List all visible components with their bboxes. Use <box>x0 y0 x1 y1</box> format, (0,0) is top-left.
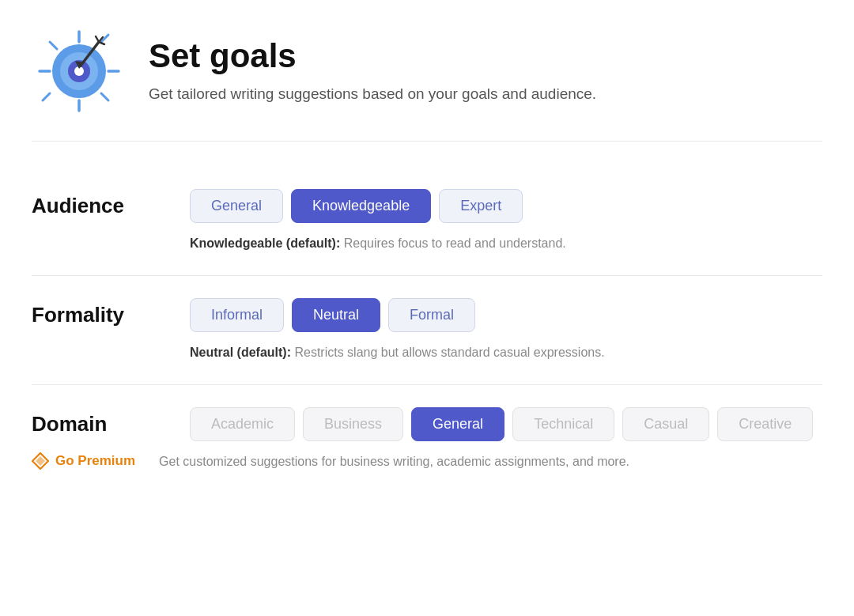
formality-row-top: Formality Informal Neutral Formal <box>32 298 822 332</box>
domain-academic-btn[interactable]: Academic <box>190 407 295 441</box>
svg-line-4 <box>50 42 57 49</box>
formality-desc-bold: Neutral (default): <box>190 346 291 359</box>
audience-expert-btn[interactable]: Expert <box>439 189 523 223</box>
audience-desc-bold: Knowledgeable (default): <box>190 236 340 250</box>
formality-description: Neutral (default): Restricts slang but a… <box>190 343 822 362</box>
svg-line-16 <box>99 42 104 44</box>
svg-line-7 <box>43 93 50 100</box>
domain-row-top: Domain Academic Business General Technic… <box>32 407 822 441</box>
formality-neutral-btn[interactable]: Neutral <box>292 298 380 332</box>
formality-section: Formality Informal Neutral Formal Neutra… <box>32 276 822 385</box>
diamond-icon <box>32 452 49 470</box>
audience-description: Knowledgeable (default): Requires focus … <box>190 234 822 253</box>
header-text: Set goals Get tailored writing suggestio… <box>149 38 596 105</box>
premium-label: Go Premium <box>55 453 135 469</box>
audience-label: Audience <box>32 194 158 218</box>
domain-label: Domain <box>32 412 158 436</box>
domain-creative-btn[interactable]: Creative <box>717 407 813 441</box>
audience-desc-text: Requires focus to read and understand. <box>340 236 566 250</box>
audience-knowledgeable-btn[interactable]: Knowledgeable <box>291 189 431 223</box>
audience-section: Audience General Knowledgeable Expert Kn… <box>32 167 822 276</box>
formality-formal-btn[interactable]: Formal <box>388 298 475 332</box>
audience-button-group: General Knowledgeable Expert <box>190 189 523 223</box>
domain-description: Get customized suggestions for business … <box>159 452 629 471</box>
domain-bottom: Go Premium Get customized suggestions fo… <box>32 452 822 471</box>
header-section: Set goals Get tailored writing suggestio… <box>32 24 822 142</box>
formality-informal-btn[interactable]: Informal <box>190 298 284 332</box>
domain-section: Domain Academic Business General Technic… <box>32 385 822 493</box>
svg-marker-18 <box>36 456 45 466</box>
page-subtitle: Get tailored writing suggestions based o… <box>149 84 596 105</box>
go-premium-link[interactable]: Go Premium <box>32 452 135 470</box>
formality-desc-text: Restricts slang but allows standard casu… <box>291 346 605 359</box>
domain-casual-btn[interactable]: Casual <box>622 407 709 441</box>
formality-label: Formality <box>32 303 158 327</box>
formality-button-group: Informal Neutral Formal <box>190 298 475 332</box>
domain-business-btn[interactable]: Business <box>303 407 403 441</box>
domain-button-group: Academic Business General Technical Casu… <box>190 407 813 441</box>
domain-technical-btn[interactable]: Technical <box>512 407 614 441</box>
target-icon <box>32 24 127 119</box>
page-title: Set goals <box>149 38 596 74</box>
audience-row-top: Audience General Knowledgeable Expert <box>32 189 822 223</box>
audience-general-btn[interactable]: General <box>190 189 283 223</box>
svg-line-5 <box>101 93 108 100</box>
domain-general-btn[interactable]: General <box>411 407 504 441</box>
